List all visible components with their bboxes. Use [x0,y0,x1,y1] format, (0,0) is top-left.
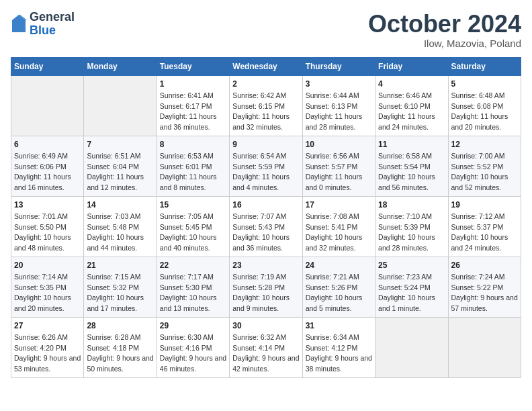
cell-content: Sunrise: 7:15 AMSunset: 5:32 PMDaylight:… [87,273,144,312]
calendar-cell: 16Sunrise: 7:07 AMSunset: 5:43 PMDayligh… [230,196,302,257]
cell-content: Sunrise: 7:17 AMSunset: 5:30 PMDaylight:… [160,273,217,312]
cell-content: Sunrise: 6:26 AMSunset: 4:20 PMDaylight:… [14,333,81,372]
cell-content: Sunrise: 7:23 AMSunset: 5:24 PMDaylight:… [378,273,435,312]
calendar-cell: 9Sunrise: 6:54 AMSunset: 5:59 PMDaylight… [230,136,302,196]
calendar-week-row: 1Sunrise: 6:41 AMSunset: 6:17 PMDaylight… [11,75,521,136]
logo-blue-text: Blue [30,24,75,38]
cell-content: Sunrise: 7:07 AMSunset: 5:43 PMDaylight:… [232,212,290,251]
cell-content: Sunrise: 6:42 AMSunset: 6:15 PMDaylight:… [232,91,290,130]
cell-content: Sunrise: 7:19 AMSunset: 5:28 PMDaylight:… [232,273,290,312]
day-number: 30 [232,320,299,332]
day-number: 2 [232,79,299,90]
cell-content: Sunrise: 7:14 AMSunset: 5:35 PMDaylight:… [14,273,71,312]
calendar-cell: 28Sunrise: 6:28 AMSunset: 4:18 PMDayligh… [84,317,157,377]
calendar-cell: 29Sunrise: 6:30 AMSunset: 4:16 PMDayligh… [157,317,229,377]
day-number: 11 [378,139,445,150]
weekday-header-friday: Friday [375,57,448,75]
calendar-cell: 31Sunrise: 6:34 AMSunset: 4:12 PMDayligh… [302,317,375,377]
day-number: 14 [87,199,153,211]
weekday-header-sunday: Sunday [11,57,84,75]
day-number: 27 [14,320,81,332]
day-number: 20 [14,260,81,271]
calendar-cell [84,75,157,136]
cell-content: Sunrise: 6:51 AMSunset: 6:04 PMDaylight:… [87,152,144,191]
cell-content: Sunrise: 7:21 AMSunset: 5:26 PMDaylight:… [306,273,363,312]
calendar-cell: 10Sunrise: 6:56 AMSunset: 5:57 PMDayligh… [302,136,375,196]
svg-marker-0 [12,15,26,32]
calendar-cell [448,317,521,377]
day-number: 15 [160,199,226,211]
cell-content: Sunrise: 7:10 AMSunset: 5:39 PMDaylight:… [378,212,435,251]
calendar-cell: 14Sunrise: 7:03 AMSunset: 5:48 PMDayligh… [84,196,157,257]
weekday-header-tuesday: Tuesday [157,57,229,75]
logo-general-text: General [30,11,75,24]
logo-icon [11,13,27,35]
calendar-cell: 3Sunrise: 6:44 AMSunset: 6:13 PMDaylight… [302,75,375,136]
calendar-cell: 23Sunrise: 7:19 AMSunset: 5:28 PMDayligh… [230,257,302,317]
day-number: 17 [306,199,372,211]
page-header: General Blue October 2024 Ilow, Mazovia,… [11,11,521,49]
weekday-header-saturday: Saturday [448,57,521,75]
calendar-cell: 17Sunrise: 7:08 AMSunset: 5:41 PMDayligh… [302,196,375,257]
calendar-cell: 15Sunrise: 7:05 AMSunset: 5:45 PMDayligh… [157,196,229,257]
weekday-header-row: SundayMondayTuesdayWednesdayThursdayFrid… [11,57,521,75]
day-number: 21 [87,260,153,271]
day-number: 1 [160,79,226,90]
day-number: 10 [306,139,372,150]
calendar-cell: 2Sunrise: 6:42 AMSunset: 6:15 PMDaylight… [230,75,302,136]
calendar-cell: 26Sunrise: 7:24 AMSunset: 5:22 PMDayligh… [448,257,521,317]
cell-content: Sunrise: 7:03 AMSunset: 5:48 PMDaylight:… [87,212,144,251]
calendar-cell [11,75,84,136]
calendar-cell: 11Sunrise: 6:58 AMSunset: 5:54 PMDayligh… [375,136,448,196]
cell-content: Sunrise: 6:46 AMSunset: 6:10 PMDaylight:… [378,91,435,130]
weekday-header-wednesday: Wednesday [230,57,302,75]
calendar-cell: 8Sunrise: 6:53 AMSunset: 6:01 PMDaylight… [157,136,229,196]
calendar-week-row: 20Sunrise: 7:14 AMSunset: 5:35 PMDayligh… [11,257,521,317]
day-number: 7 [87,139,153,150]
cell-content: Sunrise: 6:44 AMSunset: 6:13 PMDaylight:… [306,91,363,130]
calendar-cell: 22Sunrise: 7:17 AMSunset: 5:30 PMDayligh… [157,257,229,317]
calendar-cell: 18Sunrise: 7:10 AMSunset: 5:39 PMDayligh… [375,196,448,257]
day-number: 31 [306,320,372,332]
cell-content: Sunrise: 6:58 AMSunset: 5:54 PMDaylight:… [378,152,435,191]
calendar-week-row: 13Sunrise: 7:01 AMSunset: 5:50 PMDayligh… [11,196,521,257]
day-number: 29 [160,320,226,332]
cell-content: Sunrise: 6:41 AMSunset: 6:17 PMDaylight:… [160,91,217,130]
day-number: 8 [160,139,226,150]
calendar-cell: 24Sunrise: 7:21 AMSunset: 5:26 PMDayligh… [302,257,375,317]
calendar-cell: 7Sunrise: 6:51 AMSunset: 6:04 PMDaylight… [84,136,157,196]
day-number: 25 [378,260,445,271]
weekday-header-monday: Monday [84,57,157,75]
calendar-cell: 6Sunrise: 6:49 AMSunset: 6:06 PMDaylight… [11,136,84,196]
day-number: 18 [378,199,445,211]
calendar-cell: 30Sunrise: 6:32 AMSunset: 4:14 PMDayligh… [230,317,302,377]
day-number: 3 [306,79,372,90]
cell-content: Sunrise: 7:24 AMSunset: 5:22 PMDaylight:… [451,273,518,312]
day-number: 5 [451,79,518,90]
cell-content: Sunrise: 7:00 AMSunset: 5:52 PMDaylight:… [451,152,508,191]
calendar-cell: 5Sunrise: 6:48 AMSunset: 6:08 PMDaylight… [448,75,521,136]
logo: General Blue [11,11,75,38]
cell-content: Sunrise: 7:08 AMSunset: 5:41 PMDaylight:… [306,212,363,251]
day-number: 23 [232,260,299,271]
calendar-cell: 12Sunrise: 7:00 AMSunset: 5:52 PMDayligh… [448,136,521,196]
day-number: 4 [378,79,445,90]
calendar-cell: 27Sunrise: 6:26 AMSunset: 4:20 PMDayligh… [11,317,84,377]
location: Ilow, Mazovia, Poland [368,38,521,49]
cell-content: Sunrise: 7:12 AMSunset: 5:37 PMDaylight:… [451,212,508,251]
cell-content: Sunrise: 7:01 AMSunset: 5:50 PMDaylight:… [14,212,71,251]
cell-content: Sunrise: 6:49 AMSunset: 6:06 PMDaylight:… [14,152,71,191]
calendar-cell: 13Sunrise: 7:01 AMSunset: 5:50 PMDayligh… [11,196,84,257]
calendar-cell: 4Sunrise: 6:46 AMSunset: 6:10 PMDaylight… [375,75,448,136]
cell-content: Sunrise: 6:53 AMSunset: 6:01 PMDaylight:… [160,152,217,191]
day-number: 22 [160,260,226,271]
calendar-cell: 20Sunrise: 7:14 AMSunset: 5:35 PMDayligh… [11,257,84,317]
cell-content: Sunrise: 6:34 AMSunset: 4:12 PMDaylight:… [306,333,372,372]
calendar-cell [375,317,448,377]
cell-content: Sunrise: 6:48 AMSunset: 6:08 PMDaylight:… [451,91,508,130]
day-number: 19 [451,199,518,211]
cell-content: Sunrise: 6:32 AMSunset: 4:14 PMDaylight:… [232,333,299,372]
day-number: 12 [451,139,518,150]
calendar-cell: 19Sunrise: 7:12 AMSunset: 5:37 PMDayligh… [448,196,521,257]
day-number: 28 [87,320,153,332]
